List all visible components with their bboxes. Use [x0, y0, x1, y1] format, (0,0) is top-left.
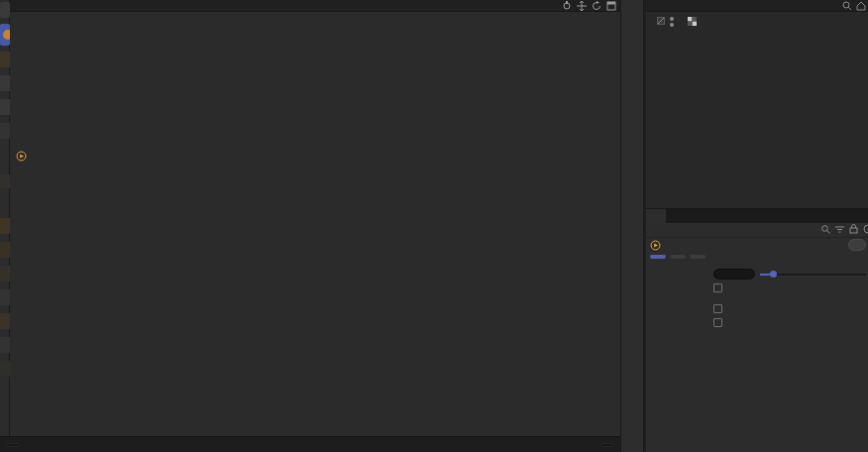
- size-field-row: [646, 268, 868, 281]
- clipped-tool-icon[interactable]: [0, 337, 10, 353]
- clipped-tool-icon[interactable]: [0, 123, 10, 139]
- maximize-view-icon[interactable]: [606, 1, 616, 11]
- clipped-tool-icon[interactable]: [0, 174, 10, 188]
- clipped-tool-icon[interactable]: [0, 52, 10, 67]
- viewport-statusbar: [0, 436, 620, 452]
- clipped-tool-icon[interactable]: [0, 218, 10, 234]
- size-slider[interactable]: [760, 269, 868, 280]
- clipped-tool-icon[interactable]: [0, 2, 10, 18]
- object-manager-menubar: [646, 0, 868, 12]
- clipped-active-tool-icon[interactable]: [0, 24, 10, 46]
- active-tool-label: [12, 151, 27, 162]
- clipped-tool-icon[interactable]: [0, 242, 10, 258]
- visibility-dots[interactable]: [670, 17, 674, 27]
- default-button[interactable]: [848, 239, 866, 251]
- clipped-tool-icon[interactable]: [0, 313, 10, 329]
- tab-layers[interactable]: [666, 209, 686, 223]
- size-input[interactable]: [713, 269, 755, 280]
- pressure-field-row: [646, 282, 868, 294]
- viewport-menubar: [10, 0, 620, 12]
- right-panel: [646, 0, 868, 452]
- filter-icon[interactable]: [835, 225, 844, 236]
- tolerant-selection-checkbox[interactable]: [713, 318, 722, 327]
- texture-checker-tag-icon[interactable]: [688, 17, 697, 28]
- home-icon[interactable]: [856, 1, 866, 13]
- create-toolbar: [620, 0, 644, 452]
- tab-attributes[interactable]: [646, 209, 666, 223]
- left-toolbar-clipped[interactable]: [0, 0, 10, 436]
- tool-header-row: [646, 238, 868, 253]
- clipped-tool-icon[interactable]: [0, 99, 10, 115]
- clipped-tool-icon[interactable]: [0, 75, 10, 91]
- pressure-dependent-checkbox[interactable]: [713, 283, 722, 292]
- tab-soft-selection[interactable]: [690, 255, 705, 259]
- search-icon[interactable]: [842, 1, 852, 13]
- tab-options[interactable]: [650, 255, 666, 259]
- options-section-header[interactable]: [646, 261, 868, 267]
- tool-play-icon: [650, 240, 661, 251]
- object-row-cube[interactable]: [646, 15, 868, 29]
- tolerant-selection-field-row: [646, 316, 868, 329]
- attributes-panel: [646, 208, 868, 452]
- orbit-icon[interactable]: [592, 1, 601, 11]
- size-slider-handle[interactable]: [770, 271, 777, 278]
- tool-play-icon[interactable]: [16, 151, 27, 162]
- pan-icon[interactable]: [562, 1, 572, 11]
- clipped-tool-icon[interactable]: [0, 361, 10, 377]
- view-transform-status: [6, 443, 20, 447]
- grid-spacing-status: [600, 443, 614, 447]
- move-view-icon[interactable]: [577, 1, 587, 11]
- cinema4d-window: [0, 0, 868, 452]
- tab-axis[interactable]: [670, 255, 686, 259]
- object-state-icon[interactable]: [657, 17, 665, 27]
- visible-only-field-row: [646, 302, 868, 315]
- perspective-viewport[interactable]: [10, 0, 620, 436]
- clipped-icon[interactable]: [863, 224, 868, 236]
- clipped-tool-icon[interactable]: [0, 289, 10, 305]
- object-manager-tree[interactable]: [646, 12, 868, 208]
- attributes-toolbar: [646, 223, 868, 238]
- visible-only-checkbox[interactable]: [713, 304, 722, 313]
- clipped-tool-icon[interactable]: [0, 266, 10, 282]
- search-icon[interactable]: [821, 225, 830, 236]
- viewport-canvas[interactable]: [10, 0, 620, 436]
- lock-icon[interactable]: [849, 224, 858, 236]
